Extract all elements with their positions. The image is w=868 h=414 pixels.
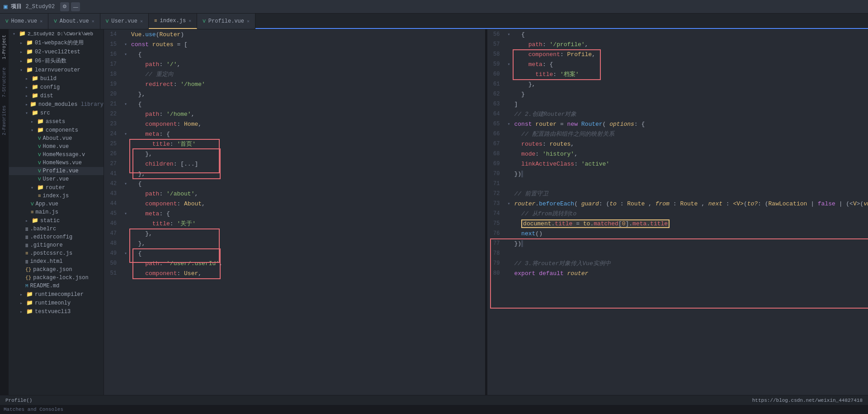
sidebar-item-vuecli2[interactable]: ▸ 📁 02-vuecli2test [9,48,104,56]
project-name: 2_Study02 [25,4,55,10]
sidebar-item-runtimeonly[interactable]: ▸ 📁 runtimeonly [9,299,104,307]
sidebar-item-testvuecli3[interactable]: ▸ 📁 testvuecli3 [9,307,104,316]
sidebar-item-gitignore[interactable]: ≣ .gitignore [9,241,104,249]
title-bar-icon: ▣ [4,3,7,10]
line-content: children: [...] [129,161,485,167]
sidebar-item-app-vue[interactable]: V App.vue [9,200,104,208]
sidebar-item-about-vue[interactable]: V About.vue [9,134,104,143]
sidebar-item-home-vue[interactable]: V Home.vue [9,143,104,151]
sidebar-item-editorconfig[interactable]: ≣ .editorconfig [9,233,104,241]
sidebar-item-components[interactable]: ▾ 📁 components [9,126,104,134]
code-line-19: 19 redirect: '/home' [104,79,485,89]
sidebar-item-index-html[interactable]: ≣ index.html [9,257,104,266]
status-url: https://blog.csdn.net/weixin_44827418 [752,398,863,403]
sidebar-label: src [40,110,50,116]
tab-label: User.vue [111,18,137,24]
line-content: meta: { [129,131,485,138]
tab-index-js[interactable]: ≡ index.js ✕ [149,14,197,29]
sidebar-item-learnvuerouter[interactable]: ▾ 📁 learnvuerouter [9,66,104,74]
line-number: 69 [487,161,505,167]
tab-close-icon[interactable]: ✕ [247,19,250,24]
line-number: 26 [104,151,122,157]
line-number: 61 [487,81,505,87]
line-content: }, [129,171,485,177]
tab-about-vue[interactable]: V About.vue ✕ [48,14,100,29]
sidebar-item-postcssrc[interactable]: ≡ .postcssrc.js [9,249,104,257]
expand-arrow-icon: ▾ [20,67,24,73]
sidebar-item-assets[interactable]: ▸ 📁 assets [9,117,104,126]
sidebar-item-src[interactable]: ▾ 📁 src [9,109,104,117]
sidebar-item-router[interactable]: ▾ 📁 router [9,183,104,192]
file-icon: ≣ [25,259,28,265]
folder-icon: 📁 [30,101,37,108]
expand-arrow-icon: ▸ [25,76,30,81]
sidebar-item-static[interactable]: ▸ 📁 static [9,216,104,225]
sidebar-label: main.js [36,209,58,215]
line-number: 15 [104,41,122,48]
tab-close-icon[interactable]: ✕ [92,19,94,24]
bottom-panel[interactable]: Matches and Consoles [0,405,868,414]
sidebar-item-jiantou[interactable]: ▸ 📁 06-箭头函数 [9,56,104,66]
folder-icon: 📁 [26,39,33,46]
sidebar-item-user-vue[interactable]: V User.vue [9,175,104,183]
code-line-65: 65 ▾ const router = new Router( options:… [487,119,868,129]
status-bar-left: Profile() [5,398,32,403]
minimize-button[interactable]: — [71,2,80,11]
sidebar-item-main-js[interactable]: ≡ main.js [9,208,104,216]
code-line-45: 45 ▾ meta: { [104,209,485,219]
code-lines-right: 56 ▾ { 57 path: '/profile', 58 [487,29,868,395]
tab-close-icon[interactable]: ✕ [189,18,191,24]
sidebar-item-config[interactable]: ▸ 📁 config [9,83,104,91]
sidebar-item-build[interactable]: ▸ 📁 build [9,74,104,83]
sidebar-item-babelrc[interactable]: ≣ .babelrc [9,225,104,233]
sidebar-label: learnvuerouter [35,67,80,73]
line-number: 42 [104,181,122,187]
code-line-64: 64 // 2.创建Router对象 [487,109,868,119]
line-content: next() [513,230,868,237]
sidebar-item-dist[interactable]: ▸ 📁 dist [9,91,104,100]
sidebar-item-readme[interactable]: M README.md [9,282,104,290]
line-content: }, [513,81,868,88]
sidebar-item-package-json[interactable]: {} package.json [9,266,104,274]
sidebar-item-study02[interactable]: ▾ 📁 2_Study02 D:\CWork\Web [9,29,104,38]
sidebar-item-package-lock[interactable]: {} package-lock.json [9,274,104,282]
json-file-icon: {} [25,267,31,272]
sidebar-item-runtimecompiler[interactable]: ▸ 📁 runtimecompiler [9,290,104,299]
expand-arrow-icon: ▾ [31,185,35,190]
expand-arrow-icon: ▸ [20,300,24,306]
code-line-27: 27 children: [...] [104,159,485,169]
tab-active-indicator [255,14,868,29]
tab-profile-vue[interactable]: V Profile.vue ✕ [197,14,255,29]
md-file-icon: M [25,283,28,289]
activity-favorites[interactable]: 2-Favorites [1,102,8,139]
line-gutter: ▾ [122,251,129,256]
sidebar-label: Home.vue [43,143,69,150]
line-number: 43 [104,190,122,197]
line-content: document.title = to.matched[0].meta.titl… [513,219,868,228]
line-number: 80 [487,270,505,276]
tab-close-icon[interactable]: ✕ [40,19,42,24]
sidebar-item-profile-vue[interactable]: V Profile.vue [9,167,104,175]
sidebar-item-homenews[interactable]: V HomeNews.vue [9,159,104,167]
folder-icon: 📁 [26,308,33,315]
sidebar-item-index-js[interactable]: ≡ index.js [9,192,104,200]
tab-home-vue[interactable]: V Home.vue ✕ [0,14,48,29]
settings-button[interactable]: ⚙ [60,2,69,11]
vue-file-icon: V [38,136,41,141]
sidebar-item-node-modules[interactable]: ▸ 📁 node_modules library [9,100,104,109]
sidebar-item-homemessage[interactable]: V HomeMessage.v [9,151,104,159]
left-code-container[interactable]: 14 Vue.use(Router) 15 ▾ const routes = [ [104,29,485,395]
line-number: 48 [104,240,122,247]
right-code-container[interactable]: 56 ▾ { 57 path: '/profile', 58 [487,29,868,395]
line-gutter: ▾ [122,42,129,47]
sidebar-item-webpack[interactable]: ▸ 📁 01-webpack的使用 [9,38,104,48]
line-number: 74 [487,210,505,217]
tab-user-vue[interactable]: V User.vue ✕ [100,14,149,29]
tab-close-icon[interactable]: ✕ [140,19,143,24]
tab-label: Home.vue [11,18,38,24]
activity-project[interactable]: 1-Project [1,31,8,63]
activity-structure[interactable]: 7-Structure [1,64,8,101]
sidebar-label: README.md [30,283,60,289]
line-gutter: ▾ [505,62,513,67]
line-number: 23 [104,121,122,127]
